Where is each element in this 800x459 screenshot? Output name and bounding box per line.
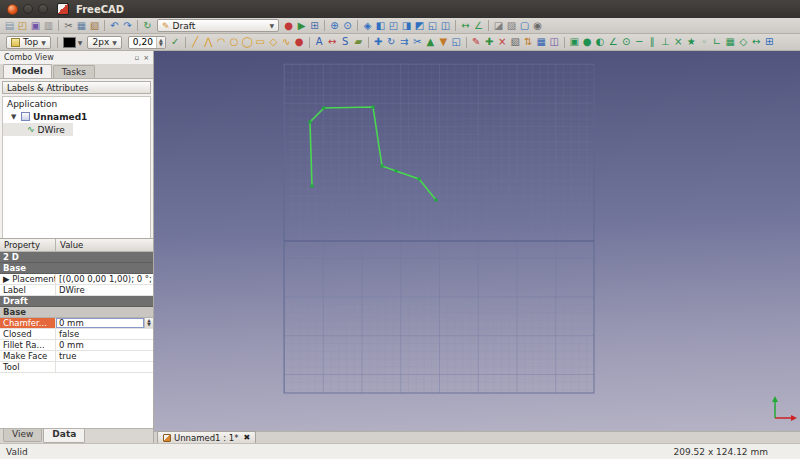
float-panel-icon[interactable]: ▫	[134, 54, 139, 62]
caret-down-icon[interactable]: ▼	[11, 113, 18, 121]
macro-execute-icon[interactable]: ▶	[295, 19, 308, 33]
wire-vertex[interactable]	[435, 199, 438, 202]
draft-upgrade-icon[interactable]: ▲	[424, 35, 437, 49]
draft-wire-icon[interactable]: ⋀	[202, 35, 215, 49]
property-row-tool[interactable]: Tool	[0, 362, 153, 373]
view-left-icon[interactable]: ◫	[439, 19, 452, 33]
macro-dialog-icon[interactable]: ⊞	[308, 19, 321, 33]
property-row-make-face[interactable]: Make Facetrue	[0, 351, 153, 362]
wire-vertex[interactable]	[381, 165, 384, 168]
spinner-arrows-icon[interactable]: ▲▼	[156, 37, 165, 48]
draft-circle-icon[interactable]: ○	[228, 35, 241, 49]
draft-shapestring-icon[interactable]: S	[339, 35, 352, 49]
clipping-plane-icon[interactable]: ◪	[492, 19, 505, 33]
tab-model[interactable]: Model	[3, 64, 52, 78]
property-value[interactable]: false	[56, 329, 153, 339]
property-value[interactable]	[56, 362, 153, 372]
draft-text-icon[interactable]: A	[313, 35, 326, 49]
close-document-icon[interactable]: ✖	[243, 433, 250, 442]
property-group-draft[interactable]: Draft	[0, 296, 153, 307]
snap-intersection-icon[interactable]: ×	[672, 35, 685, 49]
draft-line-icon[interactable]: ╱	[189, 35, 202, 49]
wire-vertex[interactable]	[323, 107, 326, 110]
snap-midpoint-icon[interactable]: ◐	[594, 35, 607, 49]
minimize-window-button[interactable]	[23, 4, 33, 14]
draft-ellipse-icon[interactable]: ◯	[241, 35, 254, 49]
close-window-button[interactable]	[7, 4, 18, 15]
wire-vertex[interactable]	[372, 106, 375, 109]
wire-vertex[interactable]	[309, 121, 312, 124]
draft-dimension-icon[interactable]: ↔	[326, 35, 339, 49]
3d-viewport[interactable]	[154, 51, 800, 431]
tree-item-dwire[interactable]: ∿ DWire	[3, 123, 73, 136]
working-plane-selector[interactable]: Top ▼	[6, 36, 51, 49]
apply-style-icon[interactable]: ✓	[169, 35, 182, 49]
tab-data[interactable]: Data	[43, 429, 85, 443]
draft-bspline-icon[interactable]: ∿	[280, 35, 293, 49]
save-document-icon[interactable]: ▣	[29, 19, 42, 33]
tree-header[interactable]: Labels & Attributes	[2, 81, 151, 94]
measure-angle-icon[interactable]: ∠	[472, 19, 485, 33]
workbench-selector[interactable]: ✎ Draft ▼	[157, 19, 279, 32]
property-value[interactable]: 0 mm	[56, 318, 144, 328]
draft-edit-icon[interactable]: ✎	[470, 35, 483, 49]
property-row-chamfer[interactable]: Chamfer...0 mm▲▼	[0, 318, 153, 329]
draft-offset-icon[interactable]: ⇉	[398, 35, 411, 49]
snap-endpoint-icon[interactable]: ●	[581, 35, 594, 49]
property-row-label[interactable]: LabelDWire	[0, 285, 153, 296]
maximize-window-button[interactable]	[38, 4, 48, 14]
toggle-visibility-icon[interactable]: ◉	[531, 19, 544, 33]
tab-view[interactable]: View	[3, 429, 42, 442]
view-bottom-icon[interactable]: ◱	[426, 19, 439, 33]
snap-lock-icon[interactable]: ▣	[568, 35, 581, 49]
line-color-picker[interactable]: ▼	[63, 37, 83, 48]
snap-dimensions-icon[interactable]: ↔	[750, 35, 763, 49]
measure-distance-icon[interactable]: ↔	[459, 19, 472, 33]
property-value[interactable]: 0 mm	[56, 340, 153, 350]
toggle-grid-icon[interactable]: ⊞	[763, 35, 776, 49]
close-panel-icon[interactable]: ×	[143, 54, 149, 62]
property-value[interactable]: true	[56, 351, 153, 361]
draft-delete-point-icon[interactable]: ×	[496, 35, 509, 49]
draft-move-icon[interactable]: ✚	[372, 35, 385, 49]
draft-trimex-icon[interactable]: ✂	[411, 35, 424, 49]
refresh-icon[interactable]: ↻	[141, 19, 154, 33]
scale-spinbox[interactable]: 0,20 ▲▼	[128, 36, 166, 49]
wire-vertex[interactable]	[395, 170, 398, 173]
draft-downgrade-icon[interactable]: ▼	[437, 35, 450, 49]
view-front-icon[interactable]: ◧	[374, 19, 387, 33]
draft-array-icon[interactable]: ▦	[535, 35, 548, 49]
new-document-icon[interactable]: ▤	[3, 19, 16, 33]
print-icon[interactable]: ▥	[42, 19, 55, 33]
snap-parallel-icon[interactable]: ∥	[646, 35, 659, 49]
draft-rotate-icon[interactable]: ↻	[385, 35, 398, 49]
draft-rectangle-icon[interactable]: ▭	[254, 35, 267, 49]
draft-facebinder-icon[interactable]: ▰	[352, 35, 365, 49]
snap-angle-icon[interactable]: ∠	[607, 35, 620, 49]
macro-record-icon[interactable]: ●	[282, 19, 295, 33]
property-value[interactable]: [(0,00 0,00 1,00); 0 °; (0 mm 0 mm ...	[56, 274, 153, 284]
snap-grid-icon[interactable]: ▦	[724, 35, 737, 49]
line-width-selector[interactable]: 2px ▼	[87, 36, 121, 49]
copy-icon[interactable]: ▦	[75, 19, 88, 33]
cut-icon[interactable]: ✂	[62, 19, 75, 33]
draft-to-sketch-icon[interactable]: ⇅	[522, 35, 535, 49]
property-group-2-d[interactable]: 2 D	[0, 252, 153, 263]
property-row-placement[interactable]: ▶ Placement[(0,00 0,00 1,00); 0 °; (0 mm…	[0, 274, 153, 285]
draft-shape2dview-icon[interactable]: ▧	[509, 35, 522, 49]
value-spinner-icon[interactable]: ▲▼	[144, 318, 153, 328]
tree-item-document[interactable]: ▼ Unnamed1	[3, 110, 150, 123]
property-group-base[interactable]: Base	[0, 307, 153, 318]
view-top-icon[interactable]: ◰	[387, 19, 400, 33]
tab-tasks[interactable]: Tasks	[53, 65, 95, 78]
value-column-header[interactable]: Value	[56, 239, 87, 251]
draft-point-icon[interactable]: ●	[293, 35, 306, 49]
snap-ortho-icon[interactable]: ∟	[711, 35, 724, 49]
snap-near-icon[interactable]: ◦	[698, 35, 711, 49]
snap-center-icon[interactable]: ⊙	[620, 35, 633, 49]
texture-mapping-icon[interactable]: ▨	[505, 19, 518, 33]
snap-working-plane-icon[interactable]: ◇	[737, 35, 750, 49]
undo-icon[interactable]: ↶	[108, 19, 121, 33]
view-fit-selection-icon[interactable]: ⊙	[341, 19, 354, 33]
view-fit-all-icon[interactable]: ⊕	[328, 19, 341, 33]
